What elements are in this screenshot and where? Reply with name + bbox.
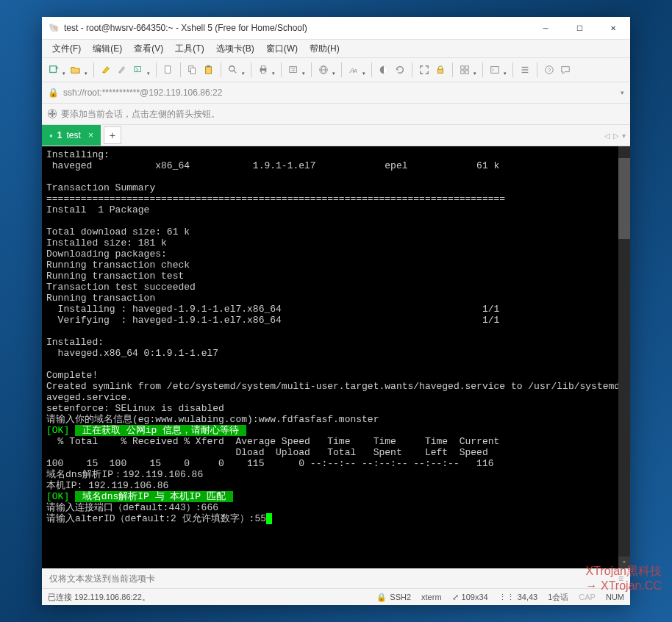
color-scheme-icon[interactable] xyxy=(376,62,391,77)
toolbar: 字 AA ? xyxy=(42,58,630,82)
menu-view[interactable]: 查看(V) xyxy=(128,41,169,57)
svg-rect-25 xyxy=(461,71,464,74)
svg-rect-27 xyxy=(491,67,499,74)
terminal-scrollbar[interactable]: ▴ ▾ xyxy=(618,146,630,568)
highlight-icon[interactable] xyxy=(99,62,113,77)
scroll-down-icon[interactable]: ▾ xyxy=(618,557,630,568)
app-window: 🐚 test - root@hwsrv-664350:~ - Xshell 5 … xyxy=(42,17,630,605)
scroll-thumb[interactable] xyxy=(618,158,630,239)
svg-text:A: A xyxy=(353,68,357,74)
properties-icon[interactable] xyxy=(161,62,176,77)
address-dropdown-icon[interactable]: ▾ xyxy=(621,89,624,96)
menu-window[interactable]: 窗口(W) xyxy=(260,41,304,57)
menu-tabs[interactable]: 选项卡(B) xyxy=(210,41,260,57)
toolbar-sep xyxy=(156,62,157,77)
menu-help[interactable]: 帮助(H) xyxy=(304,41,346,57)
cursor xyxy=(266,513,272,524)
hint-bar: 🕀 要添加当前会话，点击左侧的箭头按钮。 xyxy=(42,104,630,125)
toolbar-sep xyxy=(93,62,94,77)
status-connection: 已连接 192.119.106.86:22。 xyxy=(48,592,150,603)
status-size: ⤢ 109x34 xyxy=(452,593,488,602)
find-icon[interactable] xyxy=(226,62,240,77)
tab-bar: ● 1 test × + ◁ ▷ ▾ xyxy=(42,125,630,146)
tab-add-button[interactable]: + xyxy=(104,126,121,144)
send-menu-icon[interactable]: ≡ xyxy=(618,573,624,584)
open-icon[interactable] xyxy=(68,62,83,77)
new-session-icon[interactable] xyxy=(46,62,61,77)
status-caps: CAP xyxy=(579,593,596,601)
window-title: test - root@hwsrv-664350:~ - Xshell 5 (F… xyxy=(64,23,529,33)
toolbar-sep xyxy=(371,62,372,77)
tab-next-icon[interactable]: ▷ xyxy=(613,132,619,140)
encoding-icon[interactable]: 字 xyxy=(286,62,301,77)
toolbar-sep xyxy=(452,62,453,77)
svg-rect-8 xyxy=(207,65,210,68)
toolbar-sep xyxy=(180,62,181,77)
toolbar-sep xyxy=(512,62,513,77)
maximize-button[interactable]: ☐ xyxy=(562,17,596,39)
chat-icon[interactable] xyxy=(558,62,573,77)
status-ssh: 🔒 SSH2 xyxy=(376,593,411,602)
tab-list-icon[interactable]: ▾ xyxy=(622,132,626,140)
terminal[interactable]: Installing: haveged x86_64 1.9.1-1.el7 e… xyxy=(42,146,630,568)
status-num: NUM xyxy=(606,593,624,601)
toolbar-sep xyxy=(281,62,282,77)
svg-rect-0 xyxy=(50,66,57,73)
menubar: 文件(F) 编辑(E) 查看(V) 工具(T) 选项卡(B) 窗口(W) 帮助(… xyxy=(42,40,630,58)
layout-icon[interactable] xyxy=(457,62,472,77)
app-icon: 🐚 xyxy=(48,22,60,34)
svg-line-10 xyxy=(234,71,237,74)
svg-rect-13 xyxy=(261,71,265,74)
minimize-button[interactable]: ─ xyxy=(529,17,562,39)
help-icon[interactable]: ? xyxy=(542,62,557,77)
tab-status-dot: ● xyxy=(49,132,53,139)
toolbar-sep xyxy=(311,62,312,77)
svg-rect-22 xyxy=(438,69,443,73)
menu-tools[interactable]: 工具(T) xyxy=(169,41,210,57)
toolbar-sep xyxy=(412,62,412,77)
close-button[interactable]: ✕ xyxy=(596,17,630,39)
send-icon[interactable] xyxy=(131,62,146,77)
toolbar-sep xyxy=(537,62,537,77)
list-icon[interactable] xyxy=(518,62,532,77)
toolbar-sep xyxy=(341,62,342,77)
brush-icon[interactable] xyxy=(115,62,129,77)
send-bar: ≡ xyxy=(42,568,630,588)
send-input[interactable] xyxy=(48,573,614,585)
status-term: xterm xyxy=(421,593,442,601)
lock-icon[interactable] xyxy=(433,62,448,77)
svg-rect-12 xyxy=(261,66,265,69)
hint-text: 要添加当前会话，点击左侧的箭头按钮。 xyxy=(61,108,220,121)
status-pos: ⋮⋮ 34,43 xyxy=(498,593,538,602)
menu-file[interactable]: 文件(F) xyxy=(46,41,87,57)
refresh-icon[interactable] xyxy=(393,62,407,77)
svg-rect-6 xyxy=(190,68,195,74)
svg-rect-24 xyxy=(465,66,468,69)
svg-rect-23 xyxy=(461,66,464,69)
address-text[interactable]: ssh://root:***********@192.119.106.86:22 xyxy=(63,87,616,98)
globe-icon[interactable] xyxy=(316,62,331,77)
font-icon[interactable]: AA xyxy=(346,62,361,77)
fullscreen-icon[interactable] xyxy=(417,62,432,77)
bookmark-add-icon[interactable]: 🕀 xyxy=(48,109,57,119)
menu-edit[interactable]: 编辑(E) xyxy=(87,41,128,57)
svg-point-9 xyxy=(229,66,235,71)
status-bar: 已连接 192.119.106.86:22。 🔒 SSH2 xterm ⤢ 10… xyxy=(42,588,630,605)
tab-label: test xyxy=(67,130,81,140)
toolbar-sep xyxy=(221,62,221,77)
svg-rect-26 xyxy=(465,71,468,74)
titlebar: 🐚 test - root@hwsrv-664350:~ - Xshell 5 … xyxy=(42,17,630,40)
toolbar-sep xyxy=(251,62,251,77)
tab-close-icon[interactable]: × xyxy=(88,130,93,140)
copy-icon[interactable] xyxy=(185,62,200,77)
paste-icon[interactable] xyxy=(201,62,216,77)
tab-prev-icon[interactable]: ◁ xyxy=(604,132,610,140)
address-bar: 🔒 ssh://root:***********@192.119.106.86:… xyxy=(42,82,630,104)
print-icon[interactable] xyxy=(256,62,271,77)
toolbar-sep xyxy=(482,62,483,77)
svg-rect-4 xyxy=(165,66,171,74)
tab-active[interactable]: ● 1 test × xyxy=(42,125,101,146)
svg-text:?: ? xyxy=(548,68,551,73)
terminal-icon[interactable] xyxy=(487,62,502,77)
svg-text:字: 字 xyxy=(291,67,296,72)
